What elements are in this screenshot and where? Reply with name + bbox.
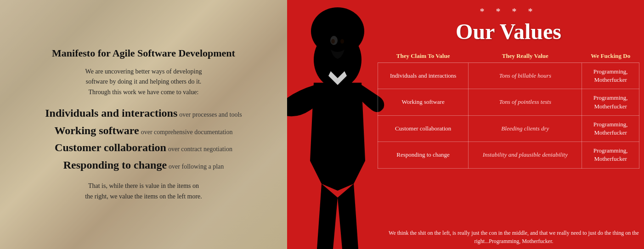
value-bold-4: Responding to change: [63, 159, 167, 171]
value-bold-3: Customer collaboration: [55, 141, 166, 153]
table-header-row: They Claim To Value They Really Value We…: [378, 50, 639, 63]
manifesto-intro: We are uncovering better ways of develop…: [45, 67, 242, 97]
claim-1: Individuals and interactions: [378, 63, 469, 89]
value-line-3: Customer collaboration over contract neg…: [45, 140, 242, 156]
header-really: They Really Value: [469, 50, 582, 63]
value-bold-1: Individuals and interactions: [45, 107, 177, 119]
value-over-2: over comprehensive documentation: [141, 129, 233, 136]
values-table: They Claim To Value They Really Value We…: [378, 50, 639, 169]
really-2: Tons of pointless tests: [469, 89, 582, 115]
manifesto-footer: That is, while there is value in the ite…: [45, 181, 242, 202]
table-row: Working software Tons of pointless tests…: [378, 89, 639, 115]
header-do: We Fucking Do: [582, 50, 639, 63]
value-line-4: Responding to change over following a pl…: [45, 158, 242, 173]
really-3: Bleeding clients dry: [469, 115, 582, 141]
really-1: Tons of billable hours: [469, 63, 582, 89]
right-panel: * * * * Our Values They Claim To Value T…: [287, 0, 644, 249]
value-over-3: over contract negotiation: [168, 146, 232, 153]
do-3: Programming,Motherfucker: [582, 115, 639, 141]
do-2: Programming,Motherfucker: [582, 89, 639, 115]
table-row: Customer collaboration Bleeding clients …: [378, 115, 639, 141]
header-claim: They Claim To Value: [378, 50, 469, 63]
value-line-1: Individuals and interactions over proces…: [45, 106, 242, 121]
manifesto-content: Manifesto for Agile Software Development…: [45, 47, 242, 202]
do-1: Programming,Motherfucker: [582, 63, 639, 89]
our-values-title: Our Values: [378, 19, 639, 44]
claim-2: Working software: [378, 89, 469, 115]
table-area: * * * * Our Values They Claim To Value T…: [378, 0, 644, 169]
silhouette-svg: [287, 0, 388, 249]
value-line-2: Working software over comprehensive docu…: [45, 123, 242, 139]
footer-note: We think the shit on the left, is really…: [388, 229, 639, 245]
figure-silhouette: [287, 0, 388, 249]
value-over-4: over following a plan: [169, 163, 224, 170]
stars-decoration: * * * *: [378, 4, 639, 19]
manifesto-title: Manifesto for Agile Software Development: [45, 47, 242, 59]
claim-3: Customer collaboration: [378, 115, 469, 141]
svg-point-7: [331, 39, 335, 44]
really-4: Instability and plausible deniability: [469, 142, 582, 168]
table-row: Individuals and interactions Tons of bil…: [378, 63, 639, 89]
svg-point-8: [340, 39, 344, 44]
values-list: Individuals and interactions over proces…: [45, 106, 242, 173]
value-over-1: over processes and tools: [179, 111, 242, 118]
table-row: Responding to change Instability and pla…: [378, 142, 639, 168]
claim-4: Responding to change: [378, 142, 469, 168]
do-4: Programming,Motherfucker: [582, 142, 639, 168]
value-bold-2: Working software: [54, 124, 139, 136]
left-panel: Manifesto for Agile Software Development…: [0, 0, 287, 249]
